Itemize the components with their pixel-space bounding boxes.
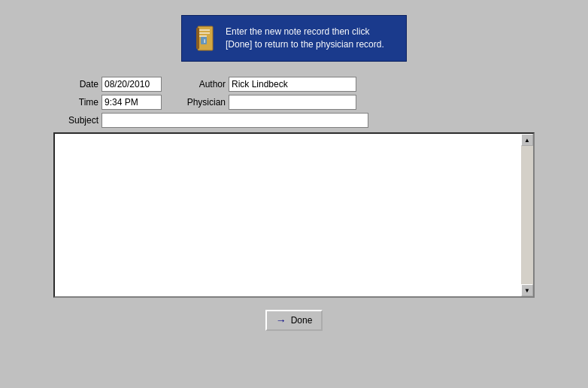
author-label: Author	[184, 79, 226, 89]
time-physician-row: Time Physician	[53, 95, 535, 110]
done-label: Done	[291, 315, 313, 326]
date-input[interactable]	[102, 77, 162, 92]
info-banner: i Enter the new note record then click […	[181, 15, 407, 62]
banner-text: Enter the new note record then click [Do…	[226, 26, 394, 51]
svg-rect-2	[199, 29, 210, 31]
time-label: Time	[53, 97, 99, 108]
date-author-row: Date Author	[53, 77, 535, 92]
date-label: Date	[53, 79, 99, 89]
subject-label: Subject	[53, 115, 99, 126]
form-section: Date Author Time Physician Subject ▲ ▼	[53, 77, 535, 298]
svg-rect-1	[196, 28, 199, 49]
scroll-up-icon: ▲	[524, 137, 530, 144]
subject-row: Subject	[53, 113, 535, 128]
main-container: i Enter the new note record then click […	[0, 0, 588, 388]
time-input[interactable]	[102, 95, 162, 110]
svg-rect-4	[199, 35, 207, 37]
notes-textarea[interactable]	[55, 134, 521, 296]
done-button[interactable]: → Done	[265, 310, 323, 331]
author-input[interactable]	[229, 77, 356, 92]
physician-label: Physician	[184, 97, 226, 108]
svg-rect-3	[199, 32, 210, 34]
scrollbar-down-button[interactable]: ▼	[521, 284, 533, 296]
book-icon: i	[194, 25, 217, 52]
notes-container: ▲ ▼	[53, 132, 535, 298]
svg-text:i: i	[204, 38, 205, 44]
physician-input[interactable]	[229, 95, 356, 110]
scroll-down-icon: ▼	[524, 287, 530, 294]
done-arrow-icon: →	[276, 314, 286, 326]
scrollbar-up-button[interactable]: ▲	[521, 134, 533, 146]
scrollbar-track	[521, 146, 533, 284]
subject-input[interactable]	[102, 113, 368, 128]
